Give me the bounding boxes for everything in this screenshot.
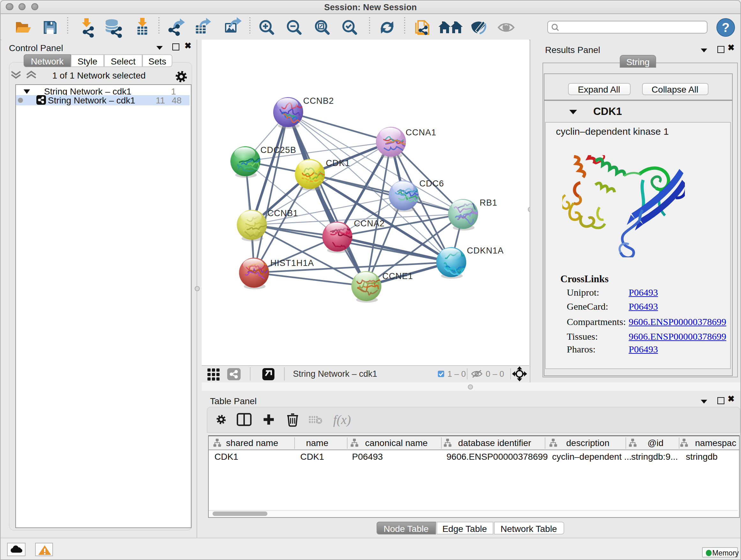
svg-text:RB1: RB1 xyxy=(480,198,497,207)
svg-text:CDKN1A: CDKN1A xyxy=(467,246,504,255)
svg-text:canonical name: canonical name xyxy=(365,438,428,448)
svg-text:CDK1: CDK1 xyxy=(326,159,350,168)
svg-text:cyclin–dependent ...: cyclin–dependent ... xyxy=(552,451,631,461)
svg-text:CDC6: CDC6 xyxy=(419,179,444,188)
svg-text:stringdb:9...: stringdb:9... xyxy=(631,451,678,461)
svg-text:@id: @id xyxy=(648,438,664,448)
svg-text:name: name xyxy=(306,438,328,448)
svg-text:description: description xyxy=(566,438,609,448)
svg-text:1 – 0: 1 – 0 xyxy=(448,369,466,379)
svg-text:CDK1: CDK1 xyxy=(214,451,239,461)
svg-text:HIST1H1A: HIST1H1A xyxy=(270,258,314,268)
svg-text:database identifier: database identifier xyxy=(458,438,531,448)
svg-text:String Network – cdk1: String Network – cdk1 xyxy=(293,369,377,379)
svg-text:CDK1: CDK1 xyxy=(300,451,324,461)
svg-text:?: ? xyxy=(722,20,730,35)
svg-text:0 – 0: 0 – 0 xyxy=(486,369,504,379)
svg-text:CCNB2: CCNB2 xyxy=(303,96,334,106)
svg-text:f(x): f(x) xyxy=(333,412,351,427)
svg-text:stringdb: stringdb xyxy=(686,451,718,461)
svg-text:CCNA1: CCNA1 xyxy=(406,128,436,137)
svg-text:CCNA2: CCNA2 xyxy=(354,219,385,228)
svg-text:CCNE1: CCNE1 xyxy=(382,271,413,281)
svg-text:P06493: P06493 xyxy=(352,451,383,461)
svg-text:shared name: shared name xyxy=(226,438,278,448)
svg-text:CDC25B: CDC25B xyxy=(260,145,296,155)
svg-text:namespac: namespac xyxy=(695,438,736,448)
svg-text:9606.ENSP00000378699: 9606.ENSP00000378699 xyxy=(447,451,548,461)
svg-text:CCNB1: CCNB1 xyxy=(267,208,298,218)
